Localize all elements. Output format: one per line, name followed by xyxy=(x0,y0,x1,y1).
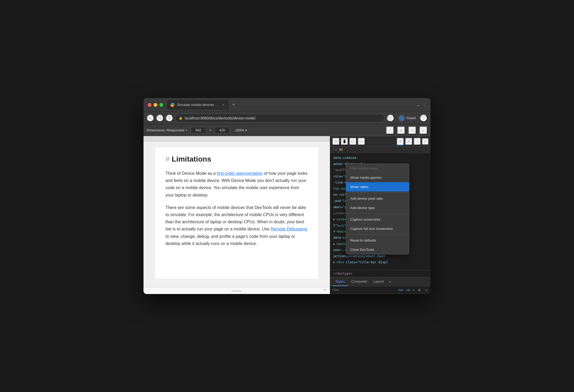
more-panels-devtools-button[interactable]: » xyxy=(358,138,365,145)
ruler-ticks xyxy=(144,136,330,141)
devtools-bottom-panel: <!doctype> Styles Computed Layout xyxy=(330,270,431,294)
filter-input[interactable] xyxy=(332,288,395,292)
back-button[interactable]: ← xyxy=(147,114,154,122)
zoom-select[interactable]: 100% ▾ xyxy=(233,127,249,133)
add-style-button[interactable]: + xyxy=(412,288,415,292)
close-window-button[interactable] xyxy=(148,103,151,107)
tab-close-button[interactable]: × xyxy=(221,103,226,107)
title-bar: Simulate mobile devices with D × + ⌄ ⋮ xyxy=(144,98,431,112)
reload-button[interactable]: ↻ xyxy=(166,114,173,122)
remote-debugging-link[interactable]: Remote Debugging xyxy=(271,227,307,231)
more-tabs-button[interactable]: » xyxy=(387,278,393,286)
paragraph-1-text-before: Think of Device Mode as a xyxy=(165,171,217,176)
tab-title: Simulate mobile devices with D xyxy=(177,103,219,107)
zoom-arrow-icon: ▾ xyxy=(245,128,247,132)
dimension-separator: × xyxy=(209,128,211,132)
address-bar[interactable]: 🔒 localhost:8080/docs/devtools/device-mo… xyxy=(175,114,385,122)
filter-icon-group: ⊟ ◁ xyxy=(417,287,428,293)
gear-icon: ⚙ xyxy=(407,139,410,143)
page-body: # Limitations Think of Device Mode as a … xyxy=(155,147,319,279)
html-line: ▶<div class="title-bar displ xyxy=(330,259,431,265)
height-input[interactable] xyxy=(214,127,230,134)
close-icon: × xyxy=(424,139,426,144)
devtools-tabs: Styles Computed Layout » xyxy=(330,277,431,286)
devtools-toolbar: ⊡ 📱 { } » ≡ ⚙ xyxy=(330,136,431,147)
minimize-window-button[interactable] xyxy=(154,103,157,107)
drag-handle[interactable] xyxy=(231,291,242,292)
devtools-header-bar: == $0 xyxy=(330,147,431,153)
forward-button[interactable]: → xyxy=(156,114,164,122)
settings-button[interactable]: ⚙ xyxy=(405,138,412,145)
dimensions-arrow-icon: ▾ xyxy=(186,129,187,132)
dropdown-menu: Hide device frame Show media queries Sho… xyxy=(346,163,409,255)
page-content[interactable]: # Limitations Think of Device Mode as a … xyxy=(144,136,330,294)
filter-bar: :hov .cls + ⊟ ◁ xyxy=(330,286,431,294)
maximize-window-button[interactable] xyxy=(159,103,163,107)
first-order-link[interactable]: first-order approximation xyxy=(217,171,263,176)
more-panels-button[interactable]: » xyxy=(419,126,427,134)
window-minimize-icon[interactable]: ⌄ xyxy=(416,102,420,107)
hover-filter-button[interactable]: :hov xyxy=(397,288,403,292)
devtools-close-button[interactable]: × xyxy=(422,138,428,145)
chevron-right-icon: » xyxy=(360,139,362,143)
computed-styles-toggle-icon[interactable]: ⊟ xyxy=(417,287,422,293)
heading-text: Limitations xyxy=(172,155,211,163)
reset-defaults-item[interactable]: Reset to defaults xyxy=(346,236,409,245)
tab-favicon-icon xyxy=(171,103,175,107)
equals-sign: == xyxy=(333,148,337,152)
cursor-icon: ⊡ xyxy=(335,139,338,143)
main-area: Dimensions: Responsive ▾ × 100% ▾ ⋮ ⊙ ⤢ … xyxy=(144,124,431,294)
width-input[interactable] xyxy=(191,127,206,134)
kebab-menu-icon: ⋮ xyxy=(416,139,419,143)
hash-symbol: # xyxy=(165,155,170,163)
new-tab-button[interactable]: + xyxy=(230,101,237,109)
dimensions-select[interactable]: Dimensions: Responsive ▾ xyxy=(147,128,187,132)
page-heading: # Limitations xyxy=(165,155,308,163)
ruler-bar xyxy=(144,136,330,141)
bookmark-button[interactable]: ☆ xyxy=(387,114,394,122)
profile-button[interactable]: 👤 Guest xyxy=(396,114,418,122)
more-options-button[interactable]: ⋮ xyxy=(386,126,394,134)
add-device-pixel-ratio-item[interactable]: Add device pixel ratio xyxy=(346,194,409,203)
dollar-zero: $0 xyxy=(339,148,343,152)
active-tab[interactable]: Simulate mobile devices with D × xyxy=(167,100,229,110)
capture-screenshot-item[interactable]: Capture screenshot xyxy=(346,215,409,224)
doctype-text[interactable]: <!doctype> xyxy=(333,272,352,275)
menu-divider-3 xyxy=(346,234,409,235)
capture-full-size-item[interactable]: Capture full size screenshot xyxy=(346,224,409,233)
show-rulers-item[interactable]: Show rulers xyxy=(346,182,409,191)
browser-window: Simulate mobile devices with D × + ⌄ ⋮ ←… xyxy=(144,98,431,294)
paragraph-2: There are some aspects of mobile devices… xyxy=(165,204,308,247)
console-panel-button[interactable]: ≡ xyxy=(397,138,404,145)
window-controls: ⌄ ⋮ xyxy=(416,102,426,107)
menu-divider-1 xyxy=(346,193,409,193)
add-device-type-item[interactable]: Add device type xyxy=(346,203,409,212)
device-mode-button[interactable]: 📱 xyxy=(341,138,348,145)
computed-tab[interactable]: Computed xyxy=(348,277,370,286)
element-state-icon[interactable]: ◁ xyxy=(423,287,428,293)
hide-device-frame-item[interactable]: Hide device frame xyxy=(346,164,409,173)
device-toolbar: Dimensions: Responsive ▾ × 100% ▾ ⋮ ⊙ ⤢ … xyxy=(144,124,431,136)
window-menu-button[interactable]: ⋮ xyxy=(422,102,426,107)
devtools-more-button[interactable]: ⋮ xyxy=(414,138,421,145)
styles-tab[interactable]: Styles xyxy=(332,277,348,286)
security-lock-icon: 🔒 xyxy=(179,116,183,120)
class-filter-button[interactable]: .cls xyxy=(406,288,410,292)
devtools-panel: ⊡ 📱 { } » ≡ ⚙ xyxy=(330,136,431,294)
responsive-view-icon[interactable]: ⤢ xyxy=(408,126,416,134)
layout-tab[interactable]: Layout xyxy=(370,277,387,286)
nav-right: ☆ 👤 Guest ⋮ xyxy=(387,114,427,122)
menu-divider-2 xyxy=(346,213,409,214)
inspector-button[interactable]: ⊡ xyxy=(332,138,340,145)
elements-panel-button[interactable]: { } xyxy=(349,138,357,145)
show-media-queries-item[interactable]: Show media queries xyxy=(346,173,409,182)
capture-screenshot-icon[interactable]: ⊙ xyxy=(397,126,405,134)
html-line: data-cookies- xyxy=(330,155,431,161)
console-icon: ≡ xyxy=(399,139,401,143)
paragraph-1: Think of Device Mode as a first-order ap… xyxy=(165,170,308,199)
address-text: localhost:8080/docs/devtools/device-mode… xyxy=(185,116,381,120)
nav-bar: ← → ↻ 🔒 localhost:8080/docs/devtools/dev… xyxy=(144,112,431,124)
elements-icon: { } xyxy=(351,139,355,143)
close-devtools-item[interactable]: Close DevTools xyxy=(346,245,409,254)
browser-menu-button[interactable]: ⋮ xyxy=(420,114,427,122)
